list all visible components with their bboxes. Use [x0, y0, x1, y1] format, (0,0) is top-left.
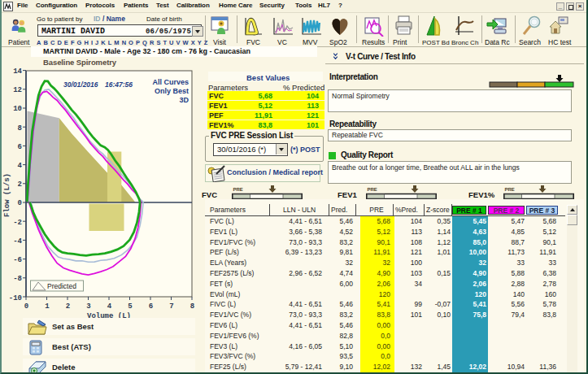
svg-text:3D: 3D — [179, 96, 189, 104]
svg-text:All Curves: All Curves — [152, 78, 189, 86]
svg-text:8: 8 — [190, 302, 194, 311]
svg-text:PRE: PRE — [505, 187, 515, 192]
svg-text:-6: -6 — [13, 256, 22, 264]
svg-text:Flow (L/s): Flow (L/s) — [3, 173, 11, 217]
svg-text:6: 6 — [149, 302, 153, 311]
svg-text:1: 1 — [45, 302, 50, 311]
svg-text:0: 0 — [24, 302, 28, 311]
svg-text:-10: -10 — [9, 294, 22, 302]
svg-text:-2: -2 — [13, 219, 22, 227]
svg-text:2: 2 — [66, 302, 70, 311]
svg-text:-4: -4 — [13, 237, 22, 246]
svg-text:7: 7 — [169, 302, 173, 311]
svg-text:4: 4 — [18, 162, 23, 170]
svg-text:Predicted: Predicted — [47, 282, 76, 290]
svg-text:30/01/2016 16:47:56: 30/01/2016 16:47:56 — [63, 80, 133, 89]
svg-text:-8: -8 — [13, 275, 22, 283]
svg-text:5: 5 — [128, 302, 132, 311]
svg-text:PRE: PRE — [368, 187, 377, 192]
svg-text:6: 6 — [18, 143, 22, 151]
svg-text:8: 8 — [18, 124, 22, 133]
svg-text:2: 2 — [18, 180, 22, 189]
svg-text:PRE: PRE — [233, 187, 243, 192]
svg-text:10: 10 — [13, 105, 22, 113]
svg-text:0: 0 — [18, 199, 22, 207]
svg-text:12: 12 — [13, 86, 22, 94]
svg-text:4: 4 — [107, 302, 112, 311]
svg-text:Only Best: Only Best — [155, 87, 189, 95]
svg-text:14: 14 — [13, 67, 22, 76]
svg-text:3: 3 — [86, 302, 90, 311]
